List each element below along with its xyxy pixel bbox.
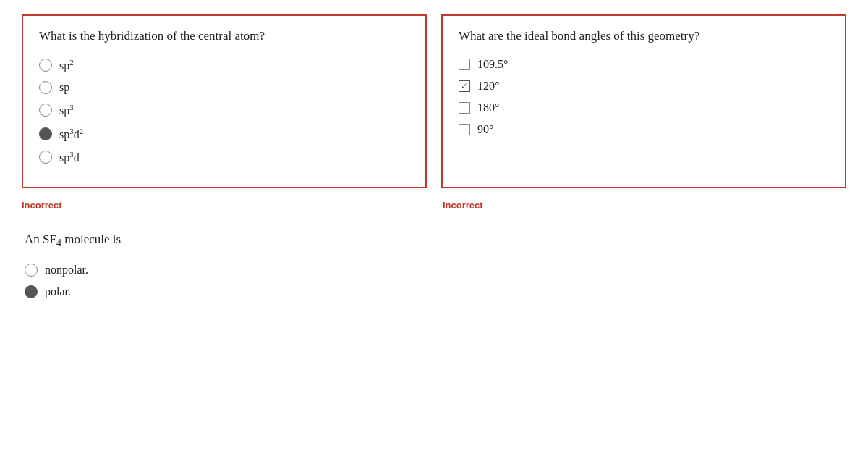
q3-option-polar[interactable]: polar.	[25, 285, 843, 298]
q3-title-after: molecule is	[61, 232, 121, 246]
q1-incorrect-label: Incorrect	[22, 200, 425, 211]
question-1-title: What is the hybridization of the central…	[39, 29, 409, 43]
q3-options-list: nonpolar. polar.	[25, 264, 843, 298]
q3-label-polar: polar.	[45, 285, 71, 298]
q2-checkbox-90[interactable]	[459, 124, 470, 135]
q2-option-180[interactable]: 180°	[459, 101, 829, 114]
top-row: What is the hybridization of the central…	[22, 14, 846, 188]
q2-checkbox-180[interactable]	[459, 102, 470, 114]
incorrect-row: Incorrect Incorrect	[22, 195, 846, 211]
q1-label-sp3: sp3	[59, 103, 74, 117]
q2-checkbox-120[interactable]	[459, 80, 470, 92]
q1-option-sp3d2[interactable]: sp3d2	[39, 127, 409, 141]
q3-label-nonpolar: nonpolar.	[45, 264, 88, 277]
question-box-1: What is the hybridization of the central…	[22, 14, 427, 188]
q2-label-180: 180°	[477, 101, 499, 114]
question-2-title: What are the ideal bond angles of this g…	[459, 29, 829, 43]
q1-radio-sp3d2[interactable]	[39, 127, 52, 140]
q3-title: An SF4 molecule is	[25, 232, 843, 249]
q1-label-sp3d2: sp3d2	[59, 127, 83, 141]
q3-option-nonpolar[interactable]: nonpolar.	[25, 264, 843, 277]
q3-radio-nonpolar[interactable]	[25, 264, 38, 277]
q1-option-sp2[interactable]: sp2	[39, 58, 409, 72]
q1-label-sp3d: sp3d	[59, 150, 80, 164]
q1-options-list: sp2 sp sp3 sp3d2 sp3d	[39, 58, 409, 164]
q2-options-list: 109.5° 120° 180° 90°	[459, 58, 829, 136]
q2-checkbox-109[interactable]	[459, 59, 470, 70]
q1-radio-sp3[interactable]	[39, 104, 52, 117]
q2-label-120: 120°	[477, 80, 499, 93]
q1-option-sp[interactable]: sp	[39, 81, 409, 94]
q1-option-sp3d[interactable]: sp3d	[39, 150, 409, 164]
q2-label-90: 90°	[477, 123, 493, 136]
q1-option-sp3[interactable]: sp3	[39, 103, 409, 117]
q1-label-sp2: sp2	[59, 58, 74, 72]
q2-option-109[interactable]: 109.5°	[459, 58, 829, 71]
q2-label-109: 109.5°	[477, 58, 508, 71]
bottom-section: An SF4 molecule is nonpolar. polar.	[22, 232, 846, 298]
q1-incorrect-container: Incorrect	[22, 195, 425, 211]
q1-radio-sp3d[interactable]	[39, 151, 52, 164]
q1-radio-sp[interactable]	[39, 81, 52, 94]
q3-title-before: An SF	[25, 232, 56, 246]
q1-radio-sp2[interactable]	[39, 59, 52, 72]
q2-incorrect-container: Incorrect	[440, 195, 846, 211]
q3-radio-polar[interactable]	[25, 285, 38, 298]
q2-incorrect-label: Incorrect	[443, 200, 846, 211]
page-wrapper: What is the hybridization of the central…	[0, 0, 868, 451]
q1-label-sp: sp	[59, 81, 69, 94]
q2-option-120[interactable]: 120°	[459, 80, 829, 93]
q2-option-90[interactable]: 90°	[459, 123, 829, 136]
q3-title-sub: 4	[56, 237, 61, 248]
question-box-2: What are the ideal bond angles of this g…	[441, 14, 846, 188]
